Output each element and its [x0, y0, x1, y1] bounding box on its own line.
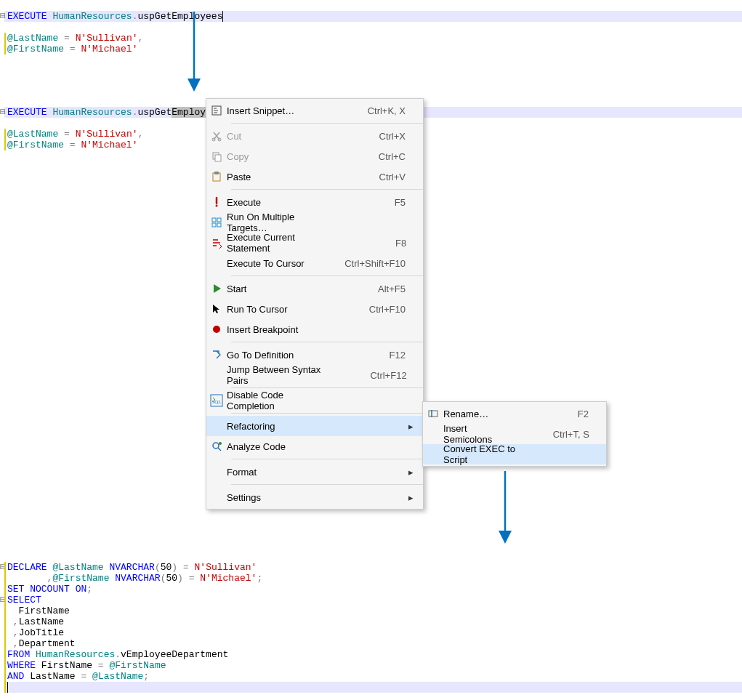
menu-item-label: Copy: [227, 151, 352, 162]
code-line: SET NOCOUNT ON;: [0, 584, 92, 595]
cut-icon: [206, 130, 227, 142]
targets-icon: [206, 217, 227, 228]
menu-item-start[interactable]: StartAlt+F5: [206, 278, 423, 299]
menu-item-execute[interactable]: ExecuteF5: [206, 192, 423, 212]
menu-item-shortcut: Ctrl+V: [352, 172, 406, 182]
bp-icon: [206, 323, 227, 335]
menu-item-label: Paste: [227, 172, 352, 182]
menu-item-analyze[interactable]: Analyze Code: [206, 436, 423, 456]
svg-point-20: [219, 442, 222, 445]
menu-item-shortcut: Alt+F5: [352, 283, 406, 294]
menu-item-format[interactable]: Format▸: [206, 462, 423, 482]
menu-item-shortcut: Ctrl+C: [352, 151, 406, 162]
code-line: ⊟DECLARE @LastName NVARCHAR(50) = N'Sull…: [0, 562, 257, 573]
svg-marker-15: [213, 305, 219, 313]
goto-icon: [206, 349, 227, 361]
menu-item-label: Insert Semicolons: [443, 423, 536, 445]
menu-item-settings[interactable]: Settings▸: [206, 487, 423, 507]
code-line: ⊟SELECT: [0, 595, 41, 606]
menu-item-jump-syntax[interactable]: Jump Between Syntax PairsCtrl+F12: [206, 365, 423, 385]
svg-rect-8: [214, 172, 219, 174]
menu-item-shortcut: Ctrl+T, S: [536, 429, 589, 440]
text-caret: [222, 11, 223, 22]
menu-item-insert-bp[interactable]: Insert Breakpoint: [206, 319, 423, 339]
svg-marker-14: [214, 284, 221, 293]
code-block-1[interactable]: ⊟EXECUTE HumanResources.uspGetEmployees …: [0, 0, 742, 55]
menu-item-label: Convert EXEC to Script: [443, 443, 538, 465]
svg-marker-23: [499, 531, 512, 544]
menu-item-label: Jump Between Syntax Pairs: [227, 364, 353, 386]
analyze-icon: [206, 440, 227, 452]
play-icon: [206, 283, 227, 294]
svg-rect-6: [215, 155, 221, 161]
menu-item-insert-semi[interactable]: Insert SemicolonsCtrl+T, S: [423, 424, 606, 444]
menu-item-shortcut: F5: [352, 197, 406, 208]
code-line: FROM HumanResources.vEmployeeDepartment: [0, 649, 228, 660]
paste-icon: [206, 171, 227, 182]
menu-item-label: Settings: [227, 492, 352, 503]
bang-icon: [206, 196, 227, 208]
menu-item-label: Cut: [227, 131, 352, 142]
menu-item-exec-to-cursor[interactable]: Execute To CursorCtrl+Shift+F10: [206, 253, 423, 273]
menu-separator: [231, 459, 423, 459]
menu-item-label: Execute: [227, 197, 352, 208]
menu-item-disable-cc[interactable]: SQLDisable Code Completion: [206, 390, 423, 411]
menu-separator: [231, 342, 423, 342]
menu-item-insert-snippet[interactable]: Insert Snippet…Ctrl+K, X: [206, 100, 423, 121]
menu-item-copy: CopyCtrl+C: [206, 146, 423, 166]
menu-item-refactoring[interactable]: Refactoring▸: [206, 416, 423, 436]
code-line: ,@FirstName NVARCHAR(50) = N'Michael';: [0, 573, 262, 584]
svg-rect-10: [212, 218, 216, 222]
menu-item-label: Start: [227, 283, 352, 294]
arrow-down-icon: [494, 471, 516, 544]
menu-item-label: Run On Multiple Targets…: [227, 212, 352, 233]
menu-separator: [231, 387, 423, 388]
menu-item-shortcut: F2: [535, 409, 589, 419]
menu-item-run-to-cursor[interactable]: Run To CursorCtrl+F10: [206, 299, 423, 319]
menu-separator: [231, 484, 423, 485]
menu-item-shortcut: Ctrl+X: [352, 131, 406, 142]
code-line: AND LastName = @LastName;: [0, 671, 149, 682]
menu-item-label: Rename…: [443, 409, 535, 419]
context-menu[interactable]: Insert Snippet…Ctrl+K, XCutCtrl+XCopyCtr…: [206, 98, 424, 510]
menu-item-exec-current[interactable]: Execute Current StatementF8: [206, 233, 423, 253]
menu-item-label: Go To Definition: [227, 350, 352, 361]
menu-item-label: Format: [227, 467, 352, 478]
menu-item-cut: CutCtrl+X: [206, 126, 423, 146]
svg-rect-13: [217, 223, 221, 227]
menu-separator: [231, 275, 423, 276]
svg-rect-12: [212, 223, 216, 227]
menu-item-shortcut: Ctrl+K, X: [352, 105, 406, 116]
menu-separator: [231, 189, 423, 190]
code-line: @FirstName = N'Michael': [0, 140, 137, 150]
menu-item-label: Execute To Cursor: [227, 258, 344, 269]
menu-item-label: Execute Current Statement: [227, 232, 352, 254]
chevron-right-z-icon: ▸: [406, 421, 416, 432]
menu-item-shortcut: F8: [352, 238, 406, 249]
menu-item-label: Insert Breakpoint: [227, 324, 352, 335]
code-line: @FirstName = N'Michael': [0, 44, 137, 55]
menu-separator: [231, 123, 423, 124]
menu-item-rename[interactable]: Rename…F2: [423, 403, 606, 424]
menu-item-label: Analyze Code: [227, 441, 352, 452]
chevron-right-z-icon: ▸: [406, 467, 416, 478]
menu-item-convert-exec[interactable]: Convert EXEC to Script: [423, 444, 606, 464]
menu-item-goto-def[interactable]: Go To DefinitionF12: [206, 345, 423, 365]
exec-cur-icon: [206, 237, 227, 249]
code-block-3[interactable]: ⊟DECLARE @LastName NVARCHAR(50) = N'Sull…: [0, 551, 742, 700]
menu-item-label: Insert Snippet…: [227, 105, 352, 116]
svg-point-19: [213, 443, 219, 448]
code-line: ,Department: [0, 638, 76, 649]
copy-icon: [206, 150, 227, 162]
sql-icon: SQL: [206, 394, 227, 407]
menu-item-paste[interactable]: PasteCtrl+V: [206, 166, 423, 187]
menu-item-label: Refactoring: [227, 421, 352, 432]
menu-item-label: Disable Code Completion: [227, 390, 352, 411]
code-line: ,JobTitle: [0, 627, 64, 638]
arrow-down-icon: [183, 12, 205, 92]
menu-item-run-multi[interactable]: Run On Multiple Targets…: [206, 212, 423, 233]
menu-item-shortcut: F12: [352, 350, 406, 361]
code-line-highlighted: [0, 682, 742, 693]
code-line: ,LastName: [0, 616, 64, 627]
context-submenu-refactoring[interactable]: Rename…F2Insert SemicolonsCtrl+T, SConve…: [422, 401, 607, 467]
